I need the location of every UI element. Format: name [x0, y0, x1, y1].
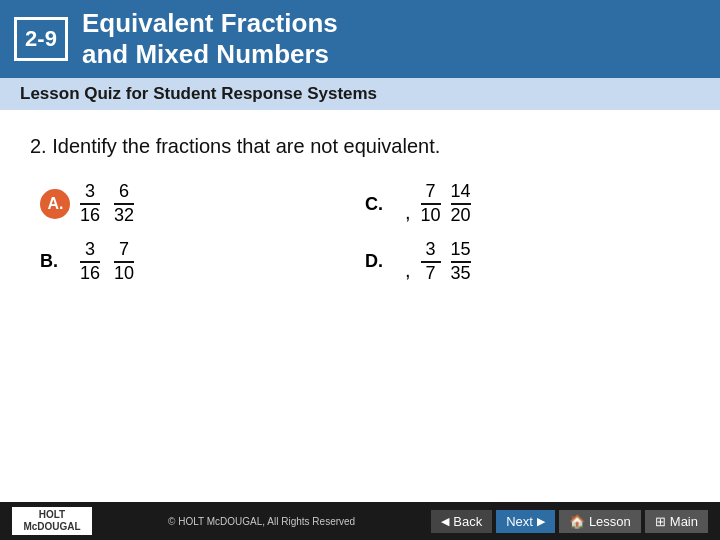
next-arrow-icon: ▶ — [537, 515, 545, 528]
answer-c-frac2-den: 20 — [451, 205, 471, 226]
answer-a-circle[interactable]: A. — [40, 189, 70, 219]
answer-c-fraction1: 7 10 — [421, 182, 441, 226]
answer-a-fraction1: 3 16 — [80, 182, 100, 226]
main-button[interactable]: ⊞ Main — [645, 510, 708, 533]
subtitle-text: Lesson Quiz for Student Response Systems — [20, 84, 377, 103]
answer-a-frac2-den: 32 — [114, 205, 134, 226]
answer-b-fractions: 3 16 7 10 — [80, 240, 134, 284]
lesson-icon: 🏠 — [569, 514, 585, 529]
answer-c-frac1-den: 10 — [421, 205, 441, 226]
answer-d-frac1-den: 7 — [421, 263, 441, 284]
answer-d-frac1-num: 3 — [421, 240, 441, 263]
footer-nav: ◀ Back Next ▶ 🏠 Lesson ⊞ Main — [431, 510, 708, 533]
question-body: Identify the fractions that are not equi… — [52, 135, 440, 157]
lesson-label: Lesson — [589, 514, 631, 529]
next-label: Next — [506, 514, 533, 529]
answer-a-fraction2: 6 32 — [114, 182, 134, 226]
answer-d-frac2-num: 15 — [451, 240, 471, 263]
answer-d-row[interactable]: D. , 3 7 15 35 — [365, 240, 690, 284]
badge-label: 2-9 — [25, 26, 57, 52]
answer-a-fractions: 3 16 6 32 — [80, 182, 134, 226]
answer-c-comma: , — [405, 201, 411, 226]
header-bar: 2-9 Equivalent Fractions and Mixed Numbe… — [0, 0, 720, 78]
answer-d-comma: , — [405, 259, 411, 284]
subtitle-bar: Lesson Quiz for Student Response Systems — [0, 78, 720, 110]
question-number: 2. — [30, 135, 47, 157]
header-title-line1: Equivalent Fractions — [82, 8, 338, 39]
back-label: Back — [453, 514, 482, 529]
answer-c-frac2-num: 14 — [451, 182, 471, 205]
holt-logo: HOLTMcDOUGAL — [12, 507, 92, 535]
footer-bar: HOLTMcDOUGAL © HOLT McDOUGAL, All Rights… — [0, 502, 720, 540]
answer-c-row[interactable]: C. , 7 10 14 20 — [365, 182, 690, 226]
question-text: 2. Identify the fractions that are not e… — [30, 132, 690, 160]
answer-c-frac1-num: 7 — [421, 182, 441, 205]
answer-a-frac2-num: 6 — [114, 182, 134, 205]
back-button[interactable]: ◀ Back — [431, 510, 492, 533]
lesson-badge: 2-9 — [14, 17, 68, 61]
answer-a-frac1-num: 3 — [80, 182, 100, 205]
answer-b-row[interactable]: B. 3 16 7 10 — [40, 240, 365, 284]
answer-a-row[interactable]: A. 3 16 6 32 — [40, 182, 365, 226]
answer-d-fraction2: 15 35 — [451, 240, 471, 284]
main-label: Main — [670, 514, 698, 529]
main-icon: ⊞ — [655, 514, 666, 529]
answer-c-fractions: , 7 10 14 20 — [405, 182, 471, 226]
lesson-button[interactable]: 🏠 Lesson — [559, 510, 641, 533]
answer-d-label: D. — [365, 251, 395, 272]
answer-d-fraction1: 3 7 — [421, 240, 441, 284]
main-content: 2. Identify the fractions that are not e… — [0, 110, 720, 293]
answer-d-frac2-den: 35 — [451, 263, 471, 284]
answer-b-frac2-num: 7 — [114, 240, 134, 263]
answer-b-frac1-num: 3 — [80, 240, 100, 263]
answer-b-fraction2: 7 10 — [114, 240, 134, 284]
answer-a-frac1-den: 16 — [80, 205, 100, 226]
answer-b-frac2-den: 10 — [114, 263, 134, 284]
back-arrow-icon: ◀ — [441, 515, 449, 528]
answer-a-label: A. — [48, 195, 64, 213]
answer-b-label: B. — [40, 251, 70, 272]
next-button[interactable]: Next ▶ — [496, 510, 555, 533]
answer-c-fraction2: 14 20 — [451, 182, 471, 226]
answer-grid: A. 3 16 6 32 C. , 7 10 — [30, 182, 690, 283]
answer-b-frac1-den: 16 — [80, 263, 100, 284]
answer-b-fraction1: 3 16 — [80, 240, 100, 284]
header-title-line2: and Mixed Numbers — [82, 39, 338, 70]
answer-d-fractions: , 3 7 15 35 — [405, 240, 471, 284]
header-title: Equivalent Fractions and Mixed Numbers — [82, 8, 338, 70]
answer-c-label: C. — [365, 194, 395, 215]
footer-copyright: © HOLT McDOUGAL, All Rights Reserved — [168, 516, 355, 527]
holt-logo-text: HOLTMcDOUGAL — [23, 509, 80, 533]
